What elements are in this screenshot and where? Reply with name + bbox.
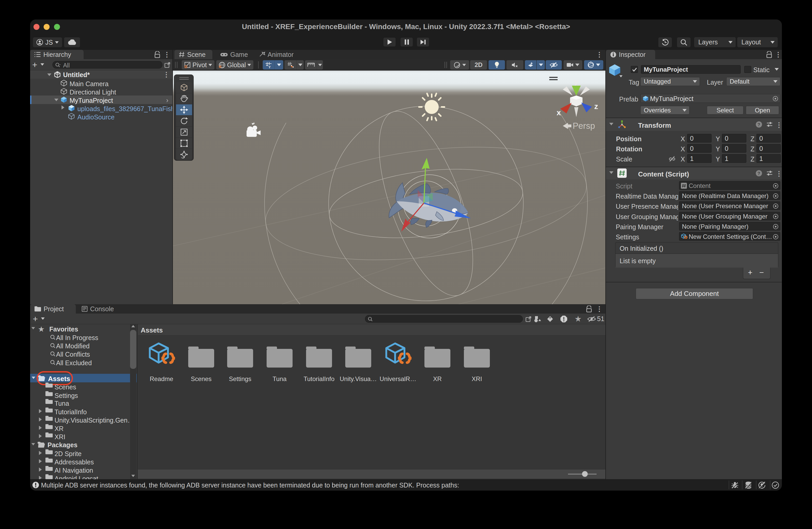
svg-text:Persp: Persp (572, 121, 595, 131)
svg-text:?: ? (757, 122, 760, 127)
svg-text:z: z (594, 102, 598, 111)
svg-text:x: x (556, 108, 561, 117)
svg-text:?: ? (757, 171, 760, 176)
svg-text:y: y (574, 77, 578, 86)
svg-text:Y: Y (269, 65, 271, 69)
